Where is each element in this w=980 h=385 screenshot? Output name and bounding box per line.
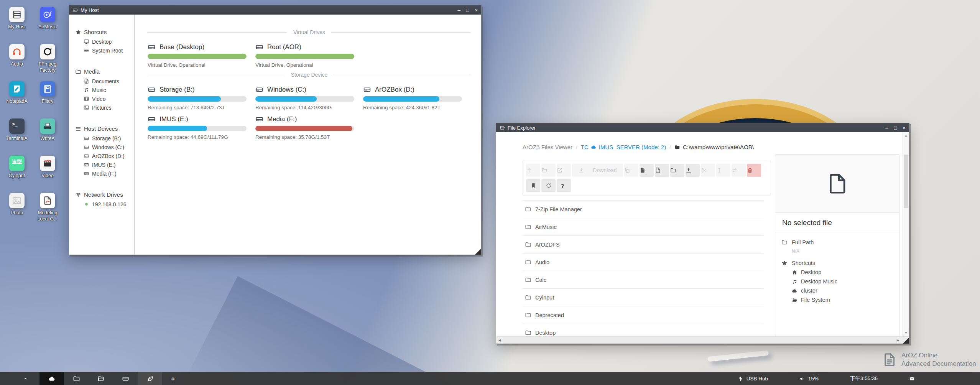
swap-button[interactable]	[732, 164, 746, 177]
Media (F:)[interactable]: Media (F:) Remaining space: 35.78G/1.53T	[255, 115, 355, 140]
go-up-button[interactable]	[526, 164, 540, 177]
horizontal-scrollbar[interactable]: ◀ ▶	[496, 336, 909, 344]
shortcut-item[interactable]: Desktop	[792, 269, 893, 275]
Windows (C:)[interactable]: Windows (C:) Remaining space: 114.42G/30…	[255, 86, 355, 110]
7-Zip File Manager[interactable]: 7-Zip File Manager	[523, 201, 763, 218]
delete-button[interactable]	[747, 164, 761, 177]
usb-tray-item[interactable]: USB Hub	[738, 376, 768, 382]
sidebar-row[interactable]: 192.168.0.126	[69, 200, 134, 209]
app-tile	[9, 44, 25, 59]
drive-status: Remaining space: 424.36G/1.82T	[363, 105, 463, 110]
taskbar-add-button[interactable]: +	[162, 372, 187, 385]
shortcut-item[interactable]: cluster	[792, 288, 893, 294]
close-button[interactable]: ×	[475, 8, 478, 13]
app-tile	[40, 193, 55, 208]
Storage (B:)[interactable]: Storage (B:) Remaining space: 713.64G/2.…	[148, 86, 247, 110]
sidebar-row[interactable]: Media (F:)	[69, 169, 134, 178]
download-button[interactable]: Download	[572, 164, 623, 177]
desktop-icon[interactable]: >_ TerminalA	[0, 118, 33, 156]
window-resize-handle[interactable]	[475, 248, 481, 255]
new-folder-button[interactable]	[670, 164, 684, 177]
bookmark-button[interactable]	[526, 179, 540, 192]
refresh-button[interactable]	[541, 179, 556, 192]
taskbar: + USB Hub 15% 下午3:55:36	[0, 372, 980, 385]
sidebar-row[interactable]: System Root	[69, 46, 134, 55]
messages-tray-item[interactable]	[909, 376, 915, 382]
cut-button[interactable]	[701, 164, 715, 177]
speaker-icon	[799, 376, 805, 382]
breadcrumb-path[interactable]: C:\wamp\www\private\AOB\	[674, 144, 754, 150]
sidebar-row[interactable]: Desktop	[69, 37, 134, 46]
upload-button[interactable]	[686, 164, 700, 177]
desktop-icon[interactable]: Video	[31, 156, 64, 193]
help-button[interactable]: ?	[557, 179, 571, 192]
Calc[interactable]: Calc	[523, 271, 763, 289]
taskbar-spacer	[187, 372, 706, 385]
desktop-icon[interactable]: Modeling Local G...	[31, 193, 64, 230]
folder-icon	[525, 241, 531, 248]
hdd-icon	[122, 375, 129, 382]
Desktop[interactable]: Desktop	[523, 324, 763, 337]
desktop-icon[interactable]: 速型 Cyinput	[0, 156, 33, 193]
sidebar-row[interactable]: Pictures	[69, 103, 134, 112]
Cyinput[interactable]: Cyinput	[523, 289, 763, 306]
ArOZDFS[interactable]: ArOZDFS	[523, 236, 763, 253]
clock[interactable]: 下午3:55:36	[850, 375, 878, 382]
taskbar-app-folder-open[interactable]	[89, 372, 113, 385]
taskbar-app-cloud[interactable]	[39, 372, 64, 385]
scroll-right-arrow[interactable]: ▶	[897, 339, 899, 342]
sidebar-row[interactable]: Video	[69, 94, 134, 103]
file-explorer-titlebar[interactable]: File Explorer – □ ×	[496, 123, 909, 132]
volume-tray-item[interactable]: 15%	[799, 376, 819, 382]
my-host-titlebar[interactable]: My Host – □ ×	[69, 5, 481, 15]
desktop-icon[interactable]: Audio	[0, 44, 33, 81]
Base (Desktop)[interactable]: Base (Desktop) Virtual Drive, Operationa…	[148, 43, 247, 68]
maximize-button[interactable]: □	[466, 8, 469, 13]
breadcrumb-server-link[interactable]: TC IMUS_SERVER (Mode: 2)	[581, 144, 666, 150]
sidebar-row[interactable]: Storage (B:)	[69, 134, 134, 143]
desktop-icon[interactable]: FFmpeg Factory	[31, 44, 64, 81]
scroll-down-arrow[interactable]: ▼	[903, 331, 909, 335]
minimize-button[interactable]: –	[885, 125, 888, 130]
taskbar-app-leaf[interactable]	[138, 372, 162, 385]
desktop-icon[interactable]: NotepadA	[0, 81, 33, 118]
Audio[interactable]: Audio	[523, 253, 763, 271]
copy-button[interactable]	[624, 164, 638, 177]
scroll-up-arrow[interactable]: ▲	[903, 134, 909, 137]
IMUS (E:)[interactable]: IMUS (E:) Remaining space: 44.69G/111.79…	[148, 115, 247, 140]
new-file-button[interactable]	[655, 164, 669, 177]
tray-expand-button[interactable]	[18, 372, 33, 385]
Root (AOR)[interactable]: Root (AOR) Virtual Drive, Operational	[255, 43, 355, 68]
rename-button[interactable]	[716, 164, 730, 177]
desktop-icon[interactable]: AirMusic	[31, 7, 64, 44]
desktop-icon[interactable]: WriteA	[31, 118, 64, 156]
sidebar-row[interactable]: ArOZBox (D:)	[69, 151, 134, 160]
desktop-icon[interactable]: Photo	[0, 193, 33, 230]
sidebar-row[interactable]: IMUS (E:)	[69, 160, 134, 169]
vertical-scrollbar[interactable]: ▲ ▼	[903, 132, 909, 336]
sidebar-row[interactable]: Documents	[69, 77, 134, 86]
file-toolbar: Download	[523, 160, 771, 196]
Deprecated[interactable]: Deprecated	[523, 306, 763, 324]
open-button[interactable]	[541, 164, 556, 177]
maximize-button[interactable]: □	[894, 125, 897, 130]
paste-button[interactable]	[640, 164, 654, 177]
sidebar-row[interactable]: Windows (C:)	[69, 143, 134, 151]
shortcut-item[interactable]: File System	[792, 297, 893, 303]
scrollbar-thumb[interactable]	[904, 155, 908, 208]
close-button[interactable]: ×	[903, 125, 906, 130]
taskbar-app-drive[interactable]	[113, 372, 138, 385]
sidebar-row[interactable]: Music	[69, 86, 134, 94]
app-tile	[40, 118, 55, 134]
scroll-left-arrow[interactable]: ◀	[498, 339, 501, 342]
ArOZBox (D:)[interactable]: ArOZBox (D:) Remaining space: 424.36G/1.…	[363, 86, 463, 110]
desktop-icon[interactable]: Filary	[31, 81, 64, 118]
watermark-line1: ArOZ Online	[901, 351, 976, 360]
window-resize-handle[interactable]	[903, 337, 909, 344]
desktop-icon[interactable]: My Host	[0, 7, 33, 44]
open-in-new-button[interactable]	[557, 164, 571, 177]
minimize-button[interactable]: –	[457, 8, 460, 13]
shortcut-item[interactable]: Desktop Music	[792, 278, 893, 285]
taskbar-app-folder[interactable]	[64, 372, 89, 385]
AirMusic[interactable]: AirMusic	[523, 218, 763, 236]
